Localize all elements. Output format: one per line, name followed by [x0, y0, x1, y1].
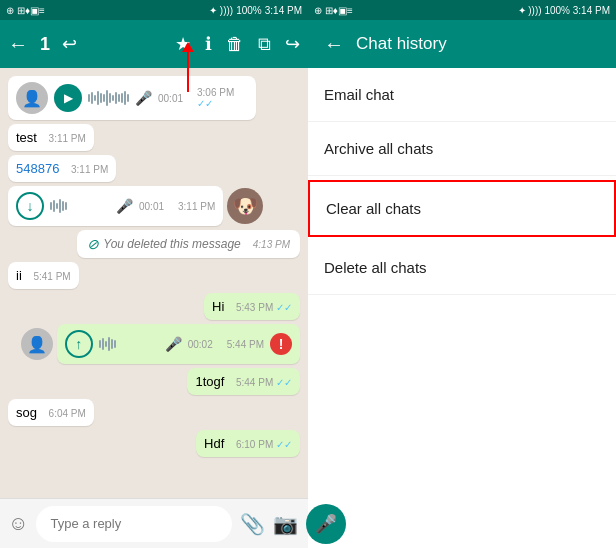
right-status-left: ⊕ ⊞♦▣≡: [314, 5, 353, 16]
duration: 00:01: [139, 201, 164, 212]
chat-history-panel: ⊕ ⊞♦▣≡ ✦ )))) 100% 3:14 PM ← Chat histor…: [308, 0, 616, 548]
chat-panel: ⊕ ⊞♦▣≡ ✦ )))) 100% 3:14 PM ← 1 ↩ ★ ℹ 🗑 ⧉…: [0, 0, 308, 548]
waveform: [88, 89, 129, 107]
battery-text: 100%: [236, 5, 262, 16]
reply-input[interactable]: [36, 506, 232, 542]
sim-icon: ⊕: [6, 5, 14, 16]
msg-text: Hi: [212, 299, 224, 314]
voice-upload-bubble: ↑ 🎤 00:02 5:44 PM !: [57, 324, 300, 364]
mic-button[interactable]: 🎤: [306, 504, 346, 544]
avatar: 👤: [16, 82, 48, 114]
avatar: 👤: [21, 328, 53, 360]
forward-icon[interactable]: ↪: [285, 33, 300, 55]
mic-icon: 🎤: [135, 90, 152, 106]
play-button[interactable]: ▶: [54, 84, 82, 112]
waveform: [99, 335, 159, 353]
battery-right: 100%: [544, 5, 570, 16]
duration: 00:02: [188, 339, 213, 350]
msg-time: 6:10 PM ✓✓: [236, 439, 292, 450]
bluetooth-icon: ✦: [209, 5, 217, 16]
deleted-text: You deleted this message: [103, 237, 240, 251]
time-left: 3:14 PM: [265, 5, 302, 16]
menu-list: Email chat Archive all chats Clear all c…: [308, 68, 616, 548]
block-icon: ⊘: [87, 236, 99, 252]
msg-time: 4:13 PM: [253, 239, 290, 250]
menu-item-email-chat[interactable]: Email chat: [308, 68, 616, 122]
right-status-bar: ⊕ ⊞♦▣≡ ✦ )))) 100% 3:14 PM: [308, 0, 616, 20]
waveform: [50, 197, 110, 215]
msg-time: 3:11 PM: [178, 201, 215, 212]
time-right: 3:14 PM: [573, 5, 610, 16]
left-toolbar: ← 1 ↩ ★ ℹ 🗑 ⧉ ↪: [0, 20, 308, 68]
voice-message-received: 👤 ▶ 🎤 00:01 3:06 PM ✓✓: [8, 76, 256, 120]
msg-text: 1togf: [195, 374, 224, 389]
camera-icon[interactable]: 📷: [273, 512, 298, 536]
msg-time: 3:06 PM ✓✓: [197, 87, 248, 109]
upload-button[interactable]: ↑: [65, 330, 93, 358]
msg-time: 5:41 PM: [33, 271, 70, 282]
info-icon[interactable]: ℹ: [205, 33, 212, 55]
msg-time: 5:44 PM: [227, 339, 264, 350]
avatar-dog: 🐶: [227, 188, 263, 224]
arrow-line: [187, 52, 189, 92]
text-message-1togf: 1togf 5:44 PM ✓✓: [187, 368, 300, 395]
voice-upload-row: 👤 ↑ 🎤 00:02 5:44 PM !: [8, 324, 300, 364]
back-button-right[interactable]: ←: [324, 33, 344, 56]
msg-text: test: [16, 130, 37, 145]
menu-item-clear-all[interactable]: Clear all chats: [308, 180, 616, 237]
msg-text: sog: [16, 405, 37, 420]
right-toolbar: ← Chat history: [308, 20, 616, 68]
left-status-bar: ⊕ ⊞♦▣≡ ✦ )))) 100% 3:14 PM: [0, 0, 308, 20]
back-button[interactable]: ←: [8, 33, 28, 56]
error-icon: !: [270, 333, 292, 355]
menu-item-archive-all[interactable]: Archive all chats: [308, 122, 616, 176]
text-message-hi: Hi 5:43 PM ✓✓: [204, 293, 300, 320]
mic-icon: 🎤: [165, 336, 182, 352]
duration: 00:01: [158, 93, 183, 104]
msg-time: 5:44 PM ✓✓: [236, 377, 292, 388]
text-message-ii: ii 5:41 PM: [8, 262, 79, 289]
annotation-arrow: [182, 42, 194, 92]
voice-download-bubble: ↓ 🎤 00:01 3:11 PM: [8, 186, 223, 226]
selection-count: 1: [40, 34, 50, 55]
link-message-received: 548876 3:11 PM: [8, 155, 116, 182]
delete-icon[interactable]: 🗑: [226, 34, 244, 55]
msg-time: 3:11 PM: [71, 164, 108, 175]
copy-icon[interactable]: ⧉: [258, 34, 271, 55]
right-status-right: ✦ )))) 100% 3:14 PM: [518, 5, 611, 16]
text-message-hdf: Hdf 6:10 PM ✓✓: [196, 430, 300, 457]
wifi-icon: )))): [220, 5, 233, 16]
text-message-received: test 3:11 PM: [8, 124, 94, 151]
msg-time: 6:04 PM: [49, 408, 86, 419]
mic-icon: 🎤: [116, 198, 133, 214]
status-left: ⊕ ⊞♦▣≡: [6, 5, 45, 16]
menu-item-delete-all[interactable]: Delete all chats: [308, 241, 616, 295]
reply-icon[interactable]: ↩: [62, 33, 77, 55]
text-message-sog: sog 6:04 PM: [8, 399, 94, 426]
status-right: ✦ )))) 100% 3:14 PM: [209, 5, 302, 16]
signal-icons-right: ⊞♦▣≡: [325, 5, 353, 16]
msg-text: 548876: [16, 161, 59, 176]
voice-download-row: ↓ 🎤 00:01 3:11 PM 🐶: [8, 186, 300, 226]
wifi-icon-right: )))): [528, 5, 541, 16]
bluetooth-icon-right: ✦: [518, 5, 526, 16]
msg-time: 5:43 PM ✓✓: [236, 302, 292, 313]
sim-icon-right: ⊕: [314, 5, 322, 16]
msg-text: ii: [16, 268, 22, 283]
deleted-message: ⊘ You deleted this message 4:13 PM: [77, 230, 300, 258]
emoji-icon[interactable]: ☺: [8, 512, 28, 535]
msg-text: Hdf: [204, 436, 224, 451]
attach-icon[interactable]: 📎: [240, 512, 265, 536]
chat-area[interactable]: 👤 ▶ 🎤 00:01 3:06 PM ✓✓ test 3:11 PM 5488…: [0, 68, 308, 498]
download-button[interactable]: ↓: [16, 192, 44, 220]
input-bar: ☺ 📎 📷 🎤: [0, 498, 308, 548]
msg-time: 3:11 PM: [49, 133, 86, 144]
arrow-head: [182, 42, 194, 52]
page-title: Chat history: [356, 34, 447, 54]
signal-icons: ⊞♦▣≡: [17, 5, 45, 16]
